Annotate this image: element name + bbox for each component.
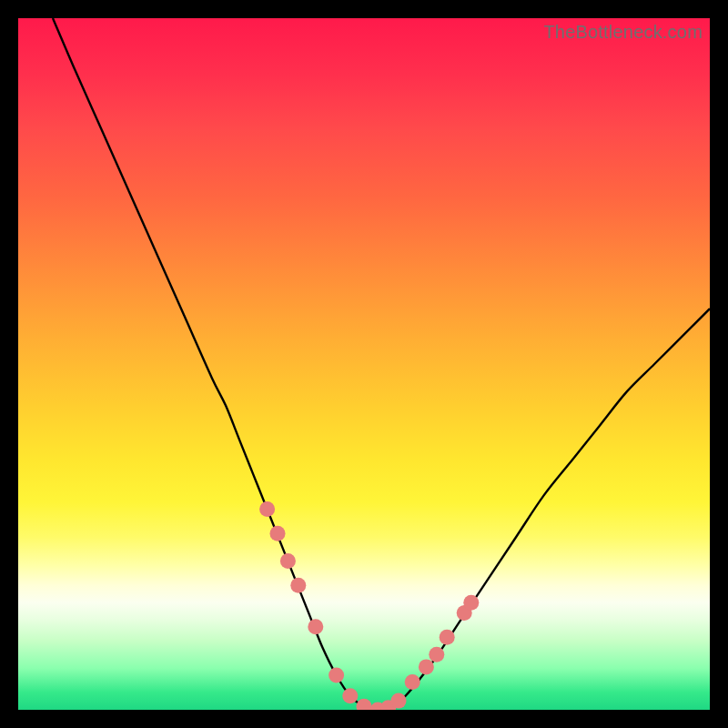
data-marker [280, 553, 296, 569]
data-marker [463, 595, 479, 611]
data-marker [357, 699, 372, 710]
data-marker [429, 647, 444, 662]
data-marker [440, 630, 455, 645]
bottleneck-chart [18, 18, 710, 710]
data-marker [342, 688, 358, 703]
data-marker [419, 659, 434, 674]
chart-frame: TheBottleneck.com [18, 18, 710, 710]
data-markers [259, 501, 479, 710]
data-marker [405, 674, 420, 690]
data-marker [308, 619, 323, 634]
data-marker [259, 501, 275, 517]
bottleneck-curve [53, 18, 710, 710]
data-marker [290, 578, 306, 593]
data-marker [391, 693, 407, 709]
data-marker [270, 526, 286, 541]
data-marker [329, 668, 344, 683]
